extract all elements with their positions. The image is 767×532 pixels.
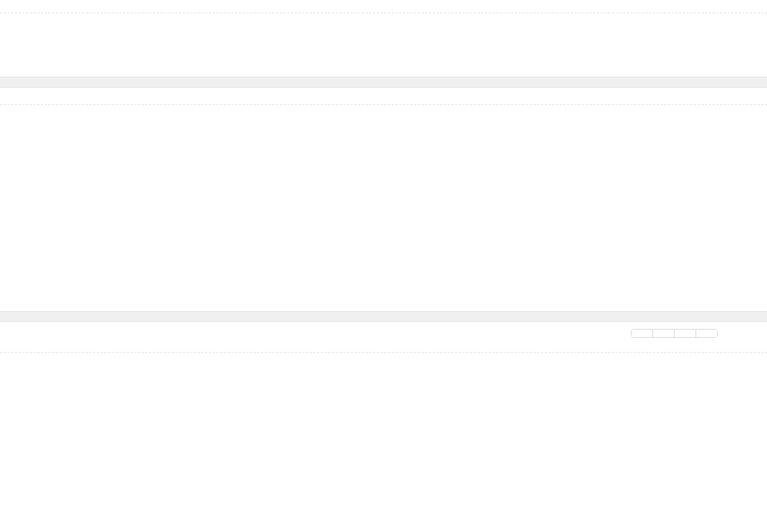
section-title-composition bbox=[0, 88, 767, 104]
range-button-last-3-months[interactable] bbox=[675, 330, 696, 337]
donut-legend bbox=[567, 156, 593, 227]
asset-change-line-chart bbox=[0, 353, 767, 529]
asset-composition-section bbox=[0, 88, 767, 311]
range-button-last-half-year[interactable] bbox=[696, 330, 717, 337]
asset-change-section bbox=[0, 322, 767, 529]
legend-item-securities-account[interactable] bbox=[567, 191, 593, 209]
legend-item-options-account[interactable] bbox=[567, 156, 593, 173]
section-separator bbox=[0, 77, 767, 88]
legend-swatch bbox=[567, 159, 586, 170]
legend-swatch bbox=[567, 177, 586, 188]
donut-ring bbox=[172, 126, 327, 281]
account-assets-page bbox=[0, 0, 767, 532]
donut-chart bbox=[172, 126, 327, 281]
composition-chart-area bbox=[0, 105, 767, 300]
legend-swatch bbox=[567, 195, 586, 205]
legend-item-foreign-account[interactable] bbox=[567, 173, 593, 191]
legend-swatch bbox=[567, 213, 586, 223]
asset-info-section bbox=[0, 0, 767, 77]
range-button-last-1-month[interactable] bbox=[653, 330, 675, 337]
time-range-button-group bbox=[631, 329, 718, 338]
section-title-asset-info bbox=[0, 0, 767, 13]
asset-change-header bbox=[0, 322, 767, 352]
legend-item-futures-account[interactable] bbox=[567, 209, 593, 227]
range-button-last-week[interactable] bbox=[631, 330, 653, 337]
divider bbox=[0, 13, 767, 13]
section-separator bbox=[0, 311, 767, 322]
